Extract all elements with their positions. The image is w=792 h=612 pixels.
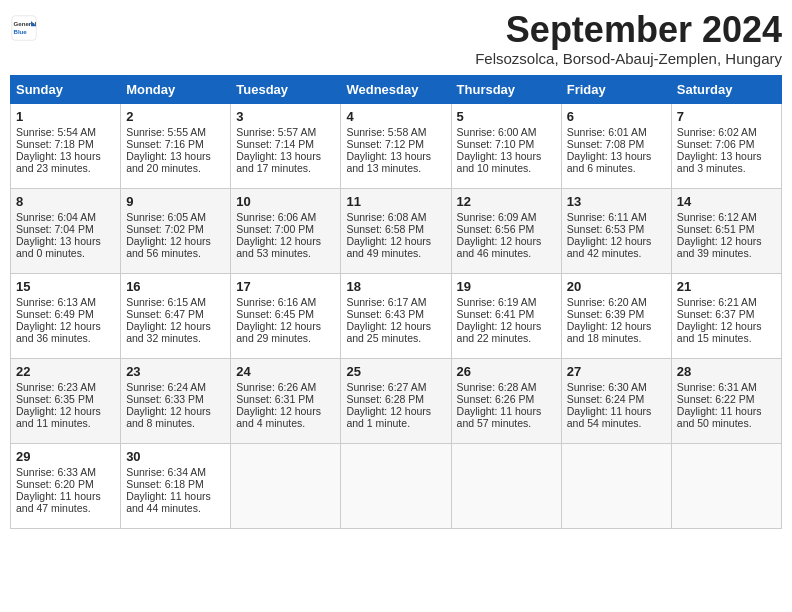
cell-line: Sunset: 6:20 PM [16, 478, 115, 490]
week-row-5: 29Sunrise: 6:33 AMSunset: 6:20 PMDayligh… [11, 443, 782, 528]
header-row: SundayMondayTuesdayWednesdayThursdayFrid… [11, 75, 782, 103]
cell-line: Daylight: 13 hours [16, 150, 115, 162]
day-number: 19 [457, 279, 556, 294]
svg-text:Blue: Blue [14, 28, 28, 35]
cell-line: and 11 minutes. [16, 417, 115, 429]
day-number: 14 [677, 194, 776, 209]
calendar-cell [671, 443, 781, 528]
cell-line: Sunrise: 6:04 AM [16, 211, 115, 223]
cell-line: Sunset: 7:00 PM [236, 223, 335, 235]
cell-line: Sunrise: 6:06 AM [236, 211, 335, 223]
cell-line: and 36 minutes. [16, 332, 115, 344]
cell-line: Sunrise: 6:24 AM [126, 381, 225, 393]
cell-line: and 32 minutes. [126, 332, 225, 344]
calendar-cell [451, 443, 561, 528]
cell-line: and 50 minutes. [677, 417, 776, 429]
day-number: 29 [16, 449, 115, 464]
day-number: 26 [457, 364, 556, 379]
calendar-cell: 29Sunrise: 6:33 AMSunset: 6:20 PMDayligh… [11, 443, 121, 528]
cell-line: Sunset: 7:12 PM [346, 138, 445, 150]
cell-line: Daylight: 13 hours [457, 150, 556, 162]
cell-line: Sunset: 6:35 PM [16, 393, 115, 405]
calendar-cell: 12Sunrise: 6:09 AMSunset: 6:56 PMDayligh… [451, 188, 561, 273]
cell-line: Sunrise: 5:54 AM [16, 126, 115, 138]
cell-line: Sunrise: 6:31 AM [677, 381, 776, 393]
day-number: 2 [126, 109, 225, 124]
day-number: 25 [346, 364, 445, 379]
cell-line: Sunset: 6:47 PM [126, 308, 225, 320]
day-number: 1 [16, 109, 115, 124]
day-number: 8 [16, 194, 115, 209]
cell-line: Daylight: 12 hours [236, 320, 335, 332]
cell-line: Sunrise: 6:08 AM [346, 211, 445, 223]
cell-line: and 49 minutes. [346, 247, 445, 259]
cell-line: Daylight: 12 hours [567, 235, 666, 247]
cell-line: Sunset: 7:14 PM [236, 138, 335, 150]
title-area: September 2024 Felsozsolca, Borsod-Abauj… [475, 10, 782, 67]
logo-container: General Blue [10, 14, 38, 42]
cell-line: and 4 minutes. [236, 417, 335, 429]
cell-line: and 6 minutes. [567, 162, 666, 174]
cell-line: and 47 minutes. [16, 502, 115, 514]
cell-line: and 23 minutes. [16, 162, 115, 174]
cell-line: Sunrise: 6:11 AM [567, 211, 666, 223]
cell-line: Daylight: 12 hours [346, 320, 445, 332]
cell-line: Sunrise: 6:34 AM [126, 466, 225, 478]
cell-line: Sunrise: 5:55 AM [126, 126, 225, 138]
calendar-cell: 6Sunrise: 6:01 AMSunset: 7:08 PMDaylight… [561, 103, 671, 188]
day-header-sunday: Sunday [11, 75, 121, 103]
cell-line: Sunset: 6:28 PM [346, 393, 445, 405]
cell-line: Daylight: 12 hours [346, 405, 445, 417]
calendar-cell: 7Sunrise: 6:02 AMSunset: 7:06 PMDaylight… [671, 103, 781, 188]
cell-line: Sunset: 6:49 PM [16, 308, 115, 320]
cell-line: Sunset: 7:08 PM [567, 138, 666, 150]
cell-line: Sunset: 7:16 PM [126, 138, 225, 150]
calendar-cell: 11Sunrise: 6:08 AMSunset: 6:58 PMDayligh… [341, 188, 451, 273]
cell-line: and 3 minutes. [677, 162, 776, 174]
cell-line: Daylight: 12 hours [126, 320, 225, 332]
calendar-cell: 20Sunrise: 6:20 AMSunset: 6:39 PMDayligh… [561, 273, 671, 358]
calendar-cell: 19Sunrise: 6:19 AMSunset: 6:41 PMDayligh… [451, 273, 561, 358]
calendar-cell: 28Sunrise: 6:31 AMSunset: 6:22 PMDayligh… [671, 358, 781, 443]
day-number: 18 [346, 279, 445, 294]
cell-line: and 8 minutes. [126, 417, 225, 429]
cell-line: and 44 minutes. [126, 502, 225, 514]
cell-line: and 53 minutes. [236, 247, 335, 259]
cell-line: and 57 minutes. [457, 417, 556, 429]
calendar-cell: 2Sunrise: 5:55 AMSunset: 7:16 PMDaylight… [121, 103, 231, 188]
day-number: 30 [126, 449, 225, 464]
day-header-wednesday: Wednesday [341, 75, 451, 103]
cell-line: Daylight: 12 hours [236, 235, 335, 247]
calendar-cell: 14Sunrise: 6:12 AMSunset: 6:51 PMDayligh… [671, 188, 781, 273]
day-number: 9 [126, 194, 225, 209]
cell-line: Sunset: 6:39 PM [567, 308, 666, 320]
calendar-cell: 4Sunrise: 5:58 AMSunset: 7:12 PMDaylight… [341, 103, 451, 188]
month-title: September 2024 [475, 10, 782, 50]
day-number: 13 [567, 194, 666, 209]
cell-line: Daylight: 13 hours [677, 150, 776, 162]
calendar-table: SundayMondayTuesdayWednesdayThursdayFrid… [10, 75, 782, 529]
logo-icon: General Blue [10, 14, 38, 42]
week-row-2: 8Sunrise: 6:04 AMSunset: 7:04 PMDaylight… [11, 188, 782, 273]
cell-line: Sunset: 7:04 PM [16, 223, 115, 235]
week-row-4: 22Sunrise: 6:23 AMSunset: 6:35 PMDayligh… [11, 358, 782, 443]
cell-line: Daylight: 12 hours [346, 235, 445, 247]
cell-line: Sunrise: 6:20 AM [567, 296, 666, 308]
cell-line: Sunrise: 6:05 AM [126, 211, 225, 223]
day-header-saturday: Saturday [671, 75, 781, 103]
day-header-thursday: Thursday [451, 75, 561, 103]
day-number: 3 [236, 109, 335, 124]
cell-line: Daylight: 12 hours [16, 405, 115, 417]
cell-line: Sunset: 6:37 PM [677, 308, 776, 320]
calendar-cell: 22Sunrise: 6:23 AMSunset: 6:35 PMDayligh… [11, 358, 121, 443]
cell-line: Sunrise: 6:12 AM [677, 211, 776, 223]
day-number: 20 [567, 279, 666, 294]
cell-line: Sunrise: 6:09 AM [457, 211, 556, 223]
cell-line: and 22 minutes. [457, 332, 556, 344]
cell-line: Sunrise: 6:23 AM [16, 381, 115, 393]
cell-line: Sunset: 6:58 PM [346, 223, 445, 235]
cell-line: Daylight: 12 hours [567, 320, 666, 332]
calendar-cell: 21Sunrise: 6:21 AMSunset: 6:37 PMDayligh… [671, 273, 781, 358]
calendar-cell: 1Sunrise: 5:54 AMSunset: 7:18 PMDaylight… [11, 103, 121, 188]
cell-line: Daylight: 12 hours [16, 320, 115, 332]
